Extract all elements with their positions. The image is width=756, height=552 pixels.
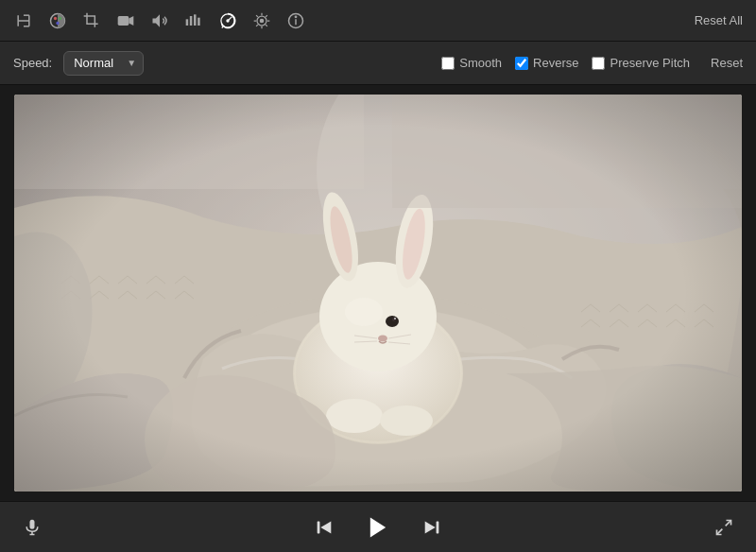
svg-marker-10: [129, 16, 133, 26]
bottom-right: [711, 514, 737, 541]
svg-rect-14: [194, 14, 197, 26]
bottom-bar: [0, 501, 756, 552]
tool-icons: [13, 10, 306, 31]
microphone-button[interactable]: [19, 514, 45, 541]
preserve-pitch-checkbox[interactable]: [592, 57, 605, 70]
svg-line-17: [228, 16, 232, 20]
svg-line-59: [726, 520, 731, 526]
svg-marker-11: [153, 14, 161, 26]
bottom-left: [19, 514, 45, 541]
svg-rect-51: [30, 519, 35, 528]
playback-controls: [310, 510, 446, 544]
speed-tool[interactable]: [217, 10, 238, 31]
video-frame: [14, 95, 742, 492]
crop-tool[interactable]: [81, 10, 102, 31]
speed-label: Speed:: [13, 56, 52, 70]
audio-bars-tool[interactable]: [183, 10, 204, 31]
svg-line-60: [717, 528, 723, 534]
controls-bar: Speed: Normal 0.25x 0.5x 0.75x 1x 1.5x 2…: [0, 42, 756, 85]
reverse-label: Reverse: [533, 56, 578, 70]
speed-select[interactable]: Normal 0.25x 0.5x 0.75x 1x 1.5x 2x 4x Cu…: [63, 51, 144, 76]
reverse-checkbox-item[interactable]: Reverse: [515, 56, 578, 70]
svg-marker-58: [425, 521, 436, 533]
svg-rect-50: [14, 95, 742, 492]
reset-all-button[interactable]: Reset All: [695, 13, 743, 27]
preserve-pitch-label: Preserve Pitch: [610, 56, 690, 70]
svg-rect-13: [190, 16, 193, 26]
svg-line-19: [222, 26, 223, 27]
svg-rect-54: [318, 521, 320, 533]
video-area: [0, 85, 756, 501]
svg-point-6: [54, 16, 57, 19]
rewind-button[interactable]: [310, 513, 338, 542]
smooth-checkbox-item[interactable]: Smooth: [441, 56, 502, 70]
video-tool[interactable]: [115, 10, 136, 31]
color-tool[interactable]: [47, 10, 68, 31]
effects-tool[interactable]: [251, 10, 272, 31]
svg-rect-57: [437, 521, 439, 533]
svg-point-21: [260, 19, 263, 22]
svg-marker-56: [370, 517, 386, 537]
smooth-label: Smooth: [459, 56, 502, 70]
smooth-checkbox[interactable]: [441, 57, 455, 70]
svg-rect-12: [186, 19, 189, 26]
fullscreen-button[interactable]: [711, 514, 737, 541]
svg-point-7: [59, 16, 61, 19]
bunny-scene: [14, 95, 742, 492]
svg-point-24: [295, 16, 296, 17]
preserve-pitch-checkbox-item[interactable]: Preserve Pitch: [592, 56, 690, 70]
reverse-checkbox[interactable]: [515, 57, 528, 70]
svg-rect-9: [118, 16, 129, 26]
svg-point-8: [56, 21, 59, 24]
reset-button[interactable]: Reset: [711, 56, 743, 70]
play-button[interactable]: [361, 510, 395, 544]
speed-select-wrapper: Normal 0.25x 0.5x 0.75x 1x 1.5x 2x 4x Cu…: [63, 51, 144, 76]
checkbox-group: Smooth Reverse Preserve Pitch: [441, 56, 690, 70]
forward-button[interactable]: [418, 513, 446, 542]
svg-rect-15: [198, 17, 200, 25]
toolbar: Reset All: [0, 0, 756, 42]
svg-marker-55: [320, 521, 331, 533]
info-tool[interactable]: [285, 10, 306, 31]
audio-tool[interactable]: [149, 10, 170, 31]
transform-tool[interactable]: [13, 10, 34, 31]
